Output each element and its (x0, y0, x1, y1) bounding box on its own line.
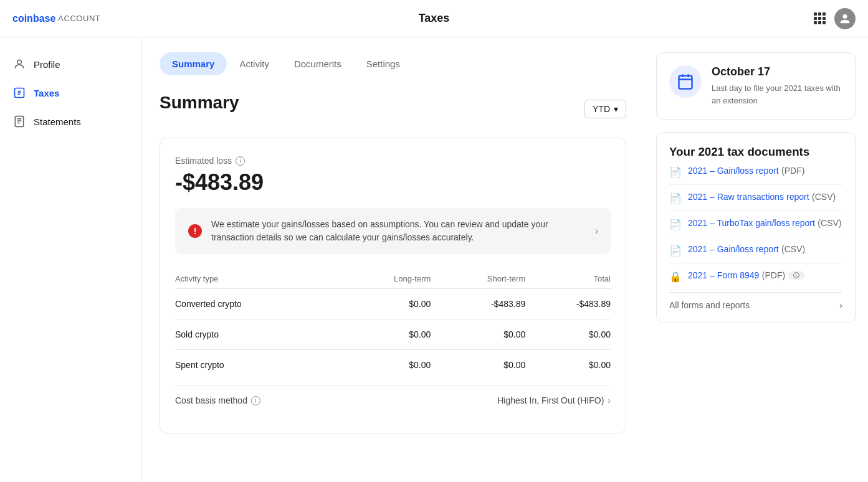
estimated-label: Estimated loss i (175, 156, 611, 166)
tab-summary[interactable]: Summary (160, 52, 227, 75)
row-long-term: $0.00 (340, 350, 431, 380)
right-panel: October 17 Last day to file your 2021 ta… (644, 37, 868, 482)
doc-link: 2021 – Raw transactions report (688, 192, 809, 202)
period-label: YTD (593, 104, 610, 114)
row-long-term: $0.00 (340, 319, 431, 350)
document-icon: 📄 (669, 166, 682, 178)
summary-header: Summary YTD ▾ (160, 93, 626, 125)
chevron-right-icon: › (608, 395, 611, 405)
col-activity-type: Activity type (175, 269, 340, 289)
document-icon: 📄 (669, 219, 682, 230)
col-long-term: Long-term (340, 269, 431, 289)
table-row: Sold crypto $0.00 $0.00 $0.00 (175, 319, 611, 350)
sidebar-item-label: Statements (34, 116, 81, 127)
table-row: Converted crypto $0.00 -$483.89 -$483.89 (175, 289, 611, 319)
deadline-date: October 17 (712, 65, 842, 78)
col-short-term: Short-term (431, 269, 525, 289)
info-icon[interactable]: i (236, 156, 245, 166)
doc-item-form-8949[interactable]: 🔒 2021 – Form 8949 (PDF) i (669, 263, 842, 290)
all-reports-label: All forms and reports (669, 300, 750, 310)
row-type: Converted crypto (175, 289, 340, 319)
doc-item-gain-loss-pdf[interactable]: 📄 2021 – Gain/loss report (PDF) (669, 159, 842, 185)
summary-card: Estimated loss i -$483.89 ! We estimate … (160, 138, 626, 433)
chevron-down-icon: ▾ (614, 104, 618, 114)
svg-text:!: ! (194, 226, 197, 236)
doc-format: (PDF) (781, 166, 804, 176)
alert-text: We estimate your gains/losses based on a… (211, 218, 586, 244)
row-short-term: $0.00 (431, 319, 525, 350)
estimated-amount: -$483.89 (175, 169, 611, 196)
sidebar-item-label: Profile (34, 59, 60, 70)
period-dropdown[interactable]: YTD ▾ (584, 100, 626, 118)
topbar-actions (814, 8, 856, 29)
doc-format: (CSV) (812, 192, 836, 202)
doc-item-turbotax[interactable]: 📄 2021 – TurboTax gain/loss report (CSV) (669, 211, 842, 237)
alert-box[interactable]: ! We estimate your gains/losses based on… (175, 208, 611, 254)
date-card: October 17 Last day to file your 2021 ta… (656, 52, 856, 120)
sidebar-item-statements[interactable]: Statements (0, 107, 141, 136)
tabs: Summary Activity Documents Settings (160, 52, 626, 75)
doc-link: 2021 – Form 8949 (688, 270, 759, 280)
activity-table: Activity type Long-term Short-term Total… (175, 269, 611, 380)
row-type: Spent crypto (175, 350, 340, 380)
chevron-right-icon: › (839, 300, 842, 310)
page-title: Taxes (419, 12, 450, 25)
document-icon: 📄 (669, 192, 682, 204)
main-panel: Summary Activity Documents Settings Summ… (142, 37, 644, 482)
all-reports-link[interactable]: All forms and reports › (669, 292, 842, 310)
row-total: -$483.89 (525, 289, 611, 319)
svg-text:i: i (796, 274, 796, 278)
tab-settings[interactable]: Settings (354, 52, 413, 75)
doc-format: (CSV) (818, 218, 841, 228)
docs-card: Your 2021 tax documents 📄 2021 – Gain/lo… (656, 132, 856, 323)
chevron-right-icon: › (595, 225, 598, 237)
cost-basis-label: Cost basis method (175, 395, 247, 405)
sidebar-item-taxes[interactable]: Taxes (0, 78, 141, 107)
cost-basis-info-icon[interactable]: i (251, 396, 260, 405)
summary-title: Summary (160, 93, 239, 113)
coinbase-logo-text: coinbase (12, 13, 55, 24)
cost-basis-row[interactable]: Cost basis method i Highest In, First Ou… (175, 385, 611, 415)
row-long-term: $0.00 (340, 289, 431, 319)
doc-item-raw-transactions[interactable]: 📄 2021 – Raw transactions report (CSV) (669, 185, 842, 211)
table-row: Spent crypto $0.00 $0.00 $0.00 (175, 350, 611, 380)
sidebar: Profile Taxes Statements (0, 37, 142, 482)
cost-basis-value: Highest In, First Out (HIFO) (497, 395, 604, 405)
user-avatar[interactable] (834, 8, 856, 29)
row-total: $0.00 (525, 350, 611, 380)
doc-link: 2021 – TurboTax gain/loss report (688, 218, 815, 228)
logo: coinbase ACCOUNT (12, 13, 100, 24)
doc-item-gain-loss-csv[interactable]: 📄 2021 – Gain/loss report (CSV) (669, 237, 842, 263)
account-label: ACCOUNT (58, 14, 100, 23)
sidebar-item-label: Taxes (34, 88, 59, 98)
doc-link: 2021 – Gain/loss report (688, 244, 779, 254)
row-total: $0.00 (525, 319, 611, 350)
row-type: Sold crypto (175, 319, 340, 350)
upgrade-badge[interactable]: i (788, 271, 804, 280)
docs-card-title: Your 2021 tax documents (669, 145, 842, 159)
svg-rect-5 (679, 76, 692, 89)
date-card-text: October 17 Last day to file your 2021 ta… (712, 65, 842, 106)
doc-format: (PDF) (762, 270, 785, 280)
col-total: Total (525, 269, 611, 289)
lock-icon: 🔒 (669, 271, 682, 283)
user-icon (12, 57, 26, 71)
taxes-icon (12, 86, 26, 100)
row-short-term: -$483.89 (431, 289, 525, 319)
tab-documents[interactable]: Documents (282, 52, 354, 75)
row-short-term: $0.00 (431, 350, 525, 380)
tab-activity[interactable]: Activity (227, 52, 282, 75)
alert-icon: ! (188, 224, 203, 239)
statements-icon (12, 115, 26, 128)
svg-point-0 (17, 60, 22, 64)
doc-format: (CSV) (781, 244, 805, 254)
apps-icon[interactable] (814, 12, 826, 24)
sidebar-item-profile[interactable]: Profile (0, 50, 141, 78)
deadline-description: Last day to file your 2021 taxes with an… (712, 82, 842, 106)
calendar-icon (669, 65, 702, 98)
doc-link: 2021 – Gain/loss report (688, 166, 779, 176)
document-icon: 📄 (669, 245, 682, 257)
topbar: coinbase ACCOUNT Taxes (0, 0, 868, 37)
